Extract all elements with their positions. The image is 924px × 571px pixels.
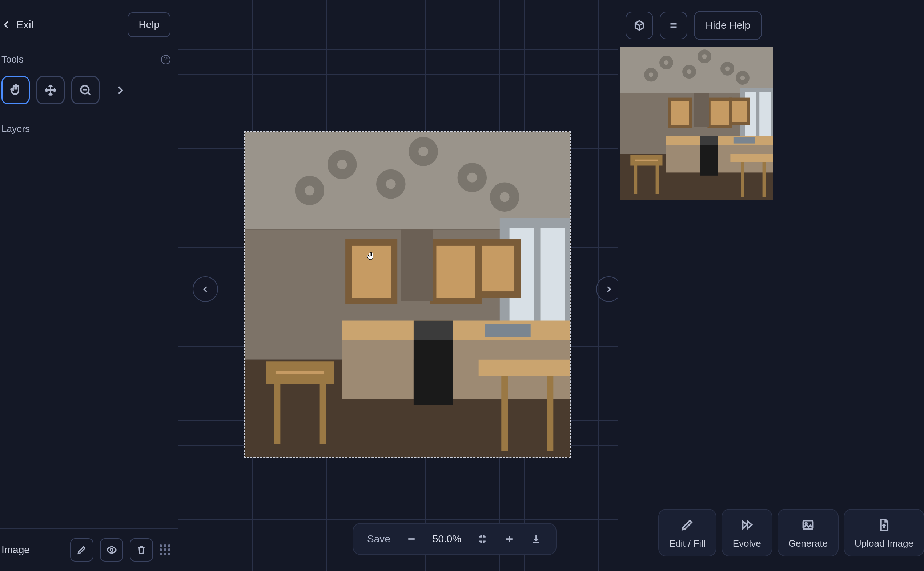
exit-button[interactable]: Exit <box>0 19 34 31</box>
action-generate-label: Generate <box>788 538 828 549</box>
tools-header: Tools ? <box>0 49 178 69</box>
save-button[interactable]: Save <box>364 533 393 545</box>
svg-rect-50 <box>633 157 661 163</box>
svg-rect-23 <box>271 366 329 379</box>
svg-rect-18 <box>342 340 414 399</box>
left-sidebar: Exit Help Tools ? Layers Image <box>0 0 178 571</box>
menu-icon <box>667 19 680 32</box>
fit-screen-button[interactable] <box>474 530 491 548</box>
hide-help-button[interactable]: Hide Help <box>694 11 762 40</box>
fast-forward-icon <box>740 517 754 532</box>
svg-rect-17 <box>342 321 570 340</box>
hand-icon <box>9 83 23 97</box>
arrow-left-icon <box>0 19 12 31</box>
svg-rect-45 <box>666 145 700 173</box>
svg-rect-29 <box>621 47 773 93</box>
hide-help-label: Hide Help <box>705 20 750 31</box>
help-button[interactable]: Help <box>128 12 171 37</box>
action-evolve[interactable]: Evolve <box>722 509 772 556</box>
chevron-right-icon <box>604 284 614 294</box>
tool-more[interactable] <box>106 76 134 104</box>
visibility-button[interactable] <box>100 538 123 562</box>
svg-rect-49 <box>733 137 755 144</box>
tool-move[interactable] <box>36 76 65 104</box>
svg-rect-44 <box>666 136 773 145</box>
question-icon[interactable]: ? <box>161 55 171 64</box>
plus-icon <box>504 534 515 545</box>
view-3d-button[interactable] <box>625 12 653 39</box>
right-panel: Hide Help <box>618 0 924 571</box>
help-label: Help <box>139 19 160 30</box>
svg-rect-48 <box>700 145 718 176</box>
image-icon <box>801 517 815 532</box>
grab-cursor-icon <box>365 251 376 262</box>
action-generate[interactable]: Generate <box>778 509 839 556</box>
minus-icon <box>406 534 417 545</box>
zoom-toolbar: Save 50.0% <box>353 523 556 555</box>
canvas-image <box>245 132 570 457</box>
zoom-out-button[interactable] <box>403 530 420 548</box>
layers-header-label: Layers <box>2 123 30 134</box>
svg-rect-53 <box>730 154 773 162</box>
svg-rect-15 <box>479 242 517 295</box>
svg-rect-20 <box>414 321 453 340</box>
zoom-percent: 50.0% <box>430 533 464 545</box>
chevron-right-icon <box>113 83 127 97</box>
svg-rect-16 <box>400 230 433 301</box>
right-top-row: Hide Help <box>625 11 917 40</box>
svg-rect-2 <box>245 132 570 230</box>
action-edit-fill[interactable]: Edit / Fill <box>658 509 716 556</box>
svg-rect-26 <box>479 360 570 376</box>
drag-handle-icon[interactable] <box>160 545 171 556</box>
chevron-left-icon <box>200 284 211 294</box>
zoom-out-icon <box>79 83 92 97</box>
action-bar: Edit / Fill Evolve Generate Upload Image <box>658 509 924 556</box>
svg-rect-14 <box>433 242 479 301</box>
tools-header-label: Tools <box>2 54 24 65</box>
menu-button[interactable] <box>660 12 687 39</box>
action-evolve-label: Evolve <box>733 538 761 549</box>
svg-rect-47 <box>700 136 718 145</box>
svg-point-1 <box>110 548 113 551</box>
action-edit-fill-label: Edit / Fill <box>669 538 705 549</box>
tool-hand[interactable] <box>2 76 30 104</box>
canvas-image-frame[interactable] <box>243 131 571 458</box>
image-label: Image <box>2 544 30 556</box>
download-icon <box>531 534 542 545</box>
file-upload-icon <box>877 517 891 532</box>
cube-icon <box>633 19 645 32</box>
prev-image-button[interactable] <box>192 276 218 302</box>
edit-layer-button[interactable] <box>70 538 93 562</box>
svg-rect-42 <box>730 99 748 123</box>
sidebar-spacer <box>0 139 178 528</box>
thumbnail-image <box>621 47 773 200</box>
action-upload-label: Upload Image <box>855 538 913 549</box>
tool-zoom-out[interactable] <box>71 76 100 104</box>
thumbnail[interactable] <box>621 47 773 200</box>
svg-rect-43 <box>694 93 709 127</box>
svg-rect-41 <box>709 99 731 127</box>
svg-rect-56 <box>803 520 813 529</box>
svg-rect-21 <box>414 340 453 405</box>
pencil-icon <box>76 545 87 556</box>
layers-header: Layers <box>0 119 178 139</box>
exit-label: Exit <box>16 19 34 31</box>
eye-icon <box>106 545 117 556</box>
pencil-icon <box>680 517 695 532</box>
tool-row <box>0 69 178 119</box>
download-button[interactable] <box>527 530 545 548</box>
delete-layer-button[interactable] <box>130 538 153 562</box>
sidebar-bottom-row: Image <box>0 528 178 571</box>
move-icon <box>44 83 57 97</box>
svg-rect-22 <box>485 324 531 337</box>
action-upload[interactable]: Upload Image <box>844 509 924 556</box>
trash-icon <box>136 545 147 556</box>
zoom-in-button[interactable] <box>500 530 518 548</box>
collapse-icon <box>477 534 488 545</box>
sidebar-top-row: Exit Help <box>0 0 178 49</box>
svg-rect-40 <box>669 99 691 127</box>
